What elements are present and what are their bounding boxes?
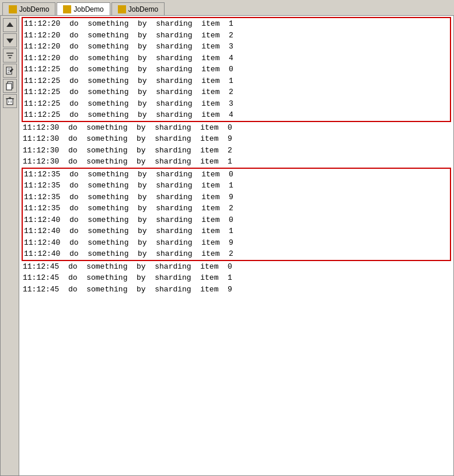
log-line: 11:12:20 do something by sharding item 4: [23, 53, 450, 64]
down-button[interactable]: [3, 33, 17, 47]
log-line: 11:12:30 do something by sharding item 0: [22, 122, 451, 134]
log-line: 11:12:40 do something by sharding item 9: [23, 237, 450, 249]
log-line: 11:12:30 do something by sharding item 1: [22, 156, 451, 168]
log-line: 11:12:20 do something by sharding item 2: [23, 30, 450, 41]
tab-0[interactable]: JobDemo: [2, 2, 55, 15]
svg-rect-11: [6, 84, 12, 90]
sidebar: [1, 16, 19, 475]
log-line: 11:12:45 do something by sharding item 0: [22, 261, 451, 273]
log-line: 11:12:45 do something by sharding item 1: [22, 272, 451, 284]
tab-2[interactable]: JobDemo: [111, 2, 165, 15]
filter-button[interactable]: [3, 48, 17, 62]
up-button[interactable]: [3, 18, 17, 32]
svg-rect-12: [7, 99, 13, 105]
svg-marker-1: [6, 39, 13, 43]
log-line: 11:12:25 do something by sharding item 0: [23, 64, 450, 75]
log-group-0: 11:12:20 do something by sharding item 1…: [22, 17, 451, 122]
log-line: 11:12:35 do something by sharding item 0: [23, 169, 450, 180]
log-line: 11:12:20 do something by sharding item 3: [23, 41, 450, 53]
log-line: 11:12:25 do something by sharding item 1: [23, 75, 450, 87]
delete-button[interactable]: [3, 94, 17, 108]
log-line: 11:12:35 do something by sharding item 2: [23, 203, 450, 214]
edit-button[interactable]: [3, 64, 17, 78]
log-line: 11:12:25 do something by sharding item 2: [23, 86, 450, 98]
copy-button[interactable]: [3, 79, 17, 93]
svg-marker-0: [6, 22, 13, 27]
tab-label: JobDemo: [128, 5, 158, 13]
tab-icon: [118, 5, 126, 13]
tab-1[interactable]: JobDemo: [57, 2, 110, 15]
log-line: 11:12:35 do something by sharding item 9: [23, 192, 450, 203]
log-area[interactable]: 11:12:20 do something by sharding item 1…: [19, 16, 453, 475]
tab-bar: JobDemoJobDemoJobDemo: [0, 0, 454, 15]
tab-icon: [63, 5, 71, 13]
log-line: 11:12:35 do something by sharding item 1: [23, 180, 450, 192]
log-line: 11:12:25 do something by sharding item 4: [23, 109, 450, 121]
tab-label: JobDemo: [74, 5, 103, 13]
tab-label: JobDemo: [19, 5, 49, 13]
tab-icon: [9, 5, 17, 13]
log-line: 11:12:20 do something by sharding item 1: [23, 18, 450, 30]
log-line: 11:12:25 do something by sharding item 3: [23, 98, 450, 110]
log-line: 11:12:40 do something by sharding item 2: [23, 248, 450, 260]
log-line: 11:12:30 do something by sharding item 2: [22, 145, 451, 157]
log-line: 11:12:45 do something by sharding item 9: [22, 284, 451, 296]
main-container: 11:12:20 do something by sharding item 1…: [0, 15, 454, 476]
log-line: 11:12:40 do something by sharding item 0: [23, 214, 450, 226]
log-line: 11:12:40 do something by sharding item 1: [23, 225, 450, 237]
log-group-2: 11:12:35 do something by sharding item 0…: [22, 168, 451, 261]
log-line: 11:12:30 do something by sharding item 9: [22, 133, 451, 145]
